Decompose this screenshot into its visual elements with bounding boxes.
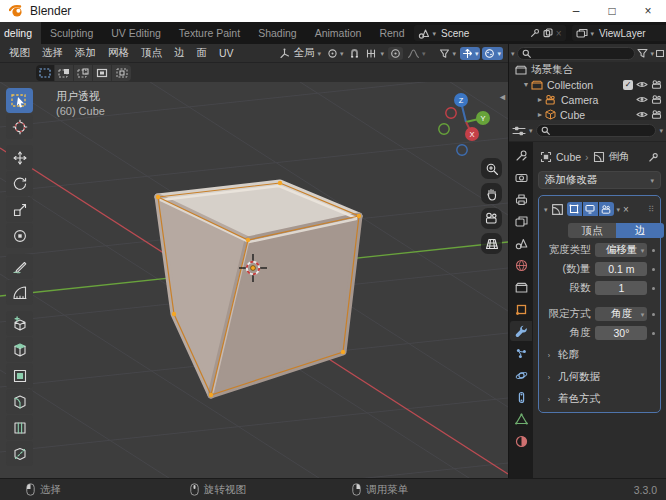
transform-orientation-dropdown[interactable]: 全局 ▾ bbox=[277, 46, 323, 60]
collection-checkbox[interactable]: ✓ bbox=[623, 80, 633, 90]
tab-render[interactable] bbox=[510, 167, 532, 187]
edit-mode-display-toggle[interactable] bbox=[567, 202, 582, 216]
tab-object-data[interactable] bbox=[510, 409, 532, 429]
tab-material[interactable] bbox=[510, 431, 532, 451]
select-mode-subtract-button[interactable] bbox=[74, 65, 93, 81]
select-mode-new-button[interactable] bbox=[36, 65, 55, 81]
tool-extrude-region[interactable] bbox=[6, 337, 33, 362]
select-mode-extend-button[interactable] bbox=[55, 65, 74, 81]
menu-face[interactable]: 面 bbox=[191, 46, 214, 60]
outliner-row-collection[interactable]: ▼ Collection ✓ bbox=[509, 77, 666, 92]
tab-world[interactable] bbox=[510, 255, 532, 275]
tool-measure[interactable] bbox=[6, 280, 33, 305]
section-shading[interactable]: › 着色方式 bbox=[544, 392, 655, 406]
close-button[interactable]: × bbox=[630, 0, 666, 22]
pivot-point-dropdown[interactable]: ▾ bbox=[325, 47, 346, 60]
visibility-dropdown[interactable]: ▾ bbox=[437, 47, 458, 60]
animate-dot[interactable] bbox=[652, 313, 655, 316]
select-mode-intersect-button[interactable] bbox=[112, 65, 131, 81]
hide-eye-icon[interactable] bbox=[636, 95, 648, 104]
outliner-row-cube[interactable]: ► Cube bbox=[509, 107, 666, 120]
tab-shading[interactable]: Shading bbox=[249, 22, 306, 44]
properties-editor-icon[interactable] bbox=[512, 125, 526, 137]
angle-field[interactable]: 30° bbox=[595, 326, 647, 340]
add-modifier-dropdown[interactable]: 添加修改器 ▾ bbox=[538, 171, 661, 189]
sidebar-collapse-icon[interactable]: ◄ bbox=[498, 92, 507, 102]
viewlayer-selector[interactable]: ▾ ViewLayer × bbox=[572, 25, 666, 41]
realtime-display-toggle[interactable] bbox=[583, 202, 598, 216]
tool-add-cube[interactable] bbox=[6, 311, 33, 336]
new-collection-icon[interactable] bbox=[656, 48, 664, 58]
animate-dot[interactable] bbox=[652, 287, 655, 290]
hide-eye-icon[interactable] bbox=[636, 80, 648, 89]
minimize-button[interactable]: – bbox=[558, 0, 594, 22]
3d-viewport[interactable]: 用户透视 (60) Cube bbox=[0, 82, 508, 478]
breadcrumb-modifier[interactable]: 倒角 bbox=[609, 150, 630, 164]
expand-icon[interactable]: ▼ bbox=[521, 81, 531, 88]
menu-uv[interactable]: UV bbox=[213, 47, 240, 59]
tab-output[interactable] bbox=[510, 189, 532, 209]
camera-view-button[interactable] bbox=[481, 208, 502, 229]
breadcrumb-object[interactable]: Cube bbox=[556, 151, 581, 163]
menu-add[interactable]: 添加 bbox=[69, 46, 102, 60]
collapse-icon[interactable]: ► bbox=[535, 96, 545, 103]
tab-scene[interactable] bbox=[510, 233, 532, 253]
pin-icon[interactable] bbox=[648, 152, 659, 163]
tool-transform[interactable] bbox=[6, 223, 33, 248]
tab-particles[interactable] bbox=[510, 343, 532, 363]
drag-handle-icon[interactable]: ⠿ bbox=[648, 205, 655, 214]
maximize-button[interactable]: □ bbox=[594, 0, 630, 22]
zoom-view-button[interactable] bbox=[481, 158, 502, 179]
snap-toggle[interactable] bbox=[347, 47, 362, 60]
chevron-down-icon[interactable]: ▾ bbox=[529, 127, 533, 134]
animate-dot[interactable] bbox=[652, 268, 655, 271]
tool-loop-cut[interactable] bbox=[6, 415, 33, 440]
amount-field[interactable]: 0.1 m bbox=[595, 262, 647, 276]
tool-cursor[interactable] bbox=[6, 114, 33, 139]
menu-select[interactable]: 选择 bbox=[36, 46, 69, 60]
hide-eye-icon[interactable] bbox=[636, 110, 648, 119]
segments-field[interactable]: 1 bbox=[595, 281, 647, 295]
tab-tool[interactable] bbox=[510, 145, 532, 165]
modifier-extras-icon[interactable]: ▾ bbox=[617, 206, 621, 213]
tab-uv-editing[interactable]: UV Editing bbox=[102, 22, 170, 44]
collapse-icon[interactable]: ► bbox=[535, 111, 545, 118]
tab-collection[interactable] bbox=[510, 277, 532, 297]
tool-inset-faces[interactable] bbox=[6, 363, 33, 388]
filter-icon[interactable] bbox=[637, 48, 648, 58]
pan-view-button[interactable] bbox=[481, 183, 502, 204]
tab-rendering[interactable]: Rend bbox=[370, 22, 413, 44]
outliner-row-camera[interactable]: ► Camera bbox=[509, 92, 666, 107]
properties-search-input[interactable] bbox=[536, 124, 657, 137]
tab-modifiers[interactable] bbox=[510, 321, 532, 341]
render-display-toggle[interactable] bbox=[599, 202, 614, 216]
tab-animation[interactable]: Animation bbox=[306, 22, 371, 44]
width-type-dropdown[interactable]: 偏移量 ▾ bbox=[595, 243, 647, 257]
tab-modeling[interactable]: deling bbox=[0, 22, 41, 44]
tool-rotate[interactable] bbox=[6, 171, 33, 196]
tab-texture-paint[interactable]: Texture Paint bbox=[170, 22, 249, 44]
proportional-falloff-dropdown[interactable]: ▾ bbox=[405, 47, 428, 60]
tab-view-layer[interactable] bbox=[510, 211, 532, 231]
affect-vertices-button[interactable]: 顶点 bbox=[568, 223, 616, 238]
tool-box-select[interactable] bbox=[6, 88, 33, 113]
select-mode-invert-button[interactable] bbox=[93, 65, 112, 81]
toggle-ortho-grid-button[interactable] bbox=[481, 233, 502, 254]
gizmos-toggle[interactable]: ▾ bbox=[460, 47, 481, 60]
outliner-search-input[interactable] bbox=[517, 47, 636, 60]
limit-method-dropdown[interactable]: 角度 ▾ bbox=[595, 307, 647, 321]
disable-render-camera-icon[interactable] bbox=[651, 80, 663, 89]
disable-render-camera-icon[interactable] bbox=[651, 95, 663, 104]
proportional-editing-toggle[interactable] bbox=[388, 47, 403, 60]
animate-dot[interactable] bbox=[652, 332, 655, 335]
tool-move[interactable] bbox=[6, 145, 33, 170]
outliner-row-scene-collection[interactable]: 场景集合 bbox=[509, 62, 666, 77]
menu-mesh[interactable]: 网格 bbox=[102, 46, 135, 60]
animate-dot[interactable] bbox=[652, 249, 655, 252]
chevron-down-icon[interactable]: ▾ bbox=[659, 127, 663, 134]
tool-annotate[interactable] bbox=[6, 254, 33, 279]
new-copy-icon[interactable] bbox=[543, 28, 553, 38]
menu-vertex[interactable]: 顶点 bbox=[135, 46, 168, 60]
tab-object[interactable] bbox=[510, 299, 532, 319]
pin-icon[interactable] bbox=[530, 28, 540, 38]
